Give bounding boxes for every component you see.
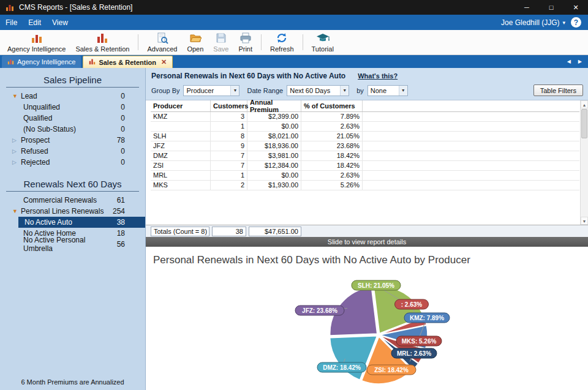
table-row[interactable]: DMZ7$3,981.0018.42% <box>151 151 579 161</box>
table-row[interactable]: JFZ9$18,936.0023.68% <box>151 141 579 151</box>
pie-label-text: : 2.63% <box>401 301 423 308</box>
column-header-customers[interactable]: Customers <box>211 100 247 111</box>
pie-label-text: MRL: 2.63% <box>397 350 431 357</box>
cell-annual-premium: $18,936.00 <box>247 141 301 151</box>
chevron-down-icon: ▾ <box>399 86 407 96</box>
window-controls: ─ □ ✕ <box>514 0 588 15</box>
pie-label-text: DMZ: 18.42% <box>323 364 361 371</box>
tab-sales-retention[interactable]: Sales & Retention ✕ <box>83 56 173 68</box>
pie-label-text: ZSI: 18.42% <box>374 367 409 373</box>
maximize-button[interactable]: □ <box>539 0 564 15</box>
toolbar-label: Tutorial <box>312 45 334 53</box>
toolbar-print-button[interactable]: Print <box>233 31 257 53</box>
sidebar-item-count: 0 <box>121 147 125 156</box>
cell-annual-premium: $8,021.00 <box>247 132 301 141</box>
date-range-dropdown[interactable]: Next 60 Days ▾ <box>287 85 349 96</box>
report-splitter-handle[interactable]: Slide to view report details <box>146 237 588 247</box>
cell-producer: DMZ <box>151 151 211 160</box>
tab-scroll-right-icon[interactable]: ▶ <box>578 59 582 64</box>
table-row[interactable]: ZSI7$12,384.0018.42% <box>151 161 579 171</box>
sidebar-item-prospect[interactable]: ▷Prospect78 <box>0 135 145 146</box>
sidebar-item-rejected[interactable]: ▷Rejected0 <box>0 157 145 168</box>
table-row[interactable]: SLH8$8,021.0021.05% <box>151 132 579 141</box>
tab-bar: Agency Intelligence Sales & Retention ✕ … <box>0 55 588 68</box>
toolbar-open-button[interactable]: Open <box>182 31 208 53</box>
sidebar-item-label: Qualified <box>23 114 52 122</box>
toolbar-label: Open <box>187 45 203 53</box>
refresh-icon <box>276 32 288 44</box>
table-filters-button[interactable]: Table Filters <box>533 84 583 96</box>
column-header-of-customers[interactable]: % of Customers <box>301 100 363 111</box>
sidebar-sections: Sales Pipeline▼Lead0Unqualified0Qualifie… <box>0 75 145 250</box>
section-divider <box>6 191 139 192</box>
menu-view[interactable]: View <box>47 15 74 30</box>
cell-of-customers: 21.05% <box>301 132 363 141</box>
sidebar-item-count: 254 <box>113 207 125 216</box>
by-dropdown[interactable]: None ▾ <box>368 85 408 96</box>
tab-agency-intelligence[interactable]: Agency Intelligence <box>2 56 81 68</box>
column-header-annual-premium[interactable]: Annual Premium <box>247 100 301 111</box>
scroll-down-icon[interactable]: ▼ <box>581 217 588 225</box>
toolbar-sales-retention-button[interactable]: Sales & Retention <box>70 31 134 53</box>
sidebar-item-count: 0 <box>121 158 125 167</box>
chevron-down-icon: ▾ <box>230 86 239 96</box>
sidebar-section-title: Sales Pipeline <box>0 75 145 85</box>
triangle-right-icon[interactable]: ▷ <box>12 146 21 157</box>
toolbar-save-button[interactable]: Save <box>208 31 233 53</box>
toolbar-tutorial-button[interactable]: Tutorial <box>307 31 339 53</box>
close-button[interactable]: ✕ <box>564 0 588 15</box>
sidebar-item-label: Rejected <box>21 158 50 167</box>
bar-chart-red-icon <box>96 32 108 44</box>
help-button[interactable]: ? <box>571 17 581 28</box>
pie-label-text: SLH: 21.05% <box>358 282 394 289</box>
sidebar-item-no-active-auto[interactable]: No Active Auto38 <box>18 217 145 228</box>
report-controls-row: Group By Producer ▾ Date Range Next 60 D… <box>146 80 588 96</box>
toolbar-advanced-button[interactable]: Advanced <box>142 31 182 53</box>
toolbar-label: Advanced <box>147 45 177 53</box>
sidebar-item-qualified[interactable]: Qualified0 <box>0 113 145 124</box>
toolbar-refresh-button[interactable]: Refresh <box>265 31 299 53</box>
toolbar-agency-intelligence-button[interactable]: Agency Intelligence <box>2 31 70 53</box>
pie-chart-svg: SLH: 21.05%: 2.63%KMZ: 7.89%MKS: 5.26%MR… <box>146 247 588 390</box>
column-header-producer[interactable]: Producer <box>151 100 211 111</box>
table-row[interactable]: KMZ3$2,399.007.89% <box>151 112 579 122</box>
scroll-up-icon[interactable]: ▲ <box>581 100 588 108</box>
table-row[interactable]: MRL1$0.002.63% <box>151 171 579 181</box>
toolbar-separator <box>138 34 138 50</box>
whats-this-link[interactable]: What's this? <box>358 72 398 80</box>
scrollbar-thumb[interactable] <box>581 109 587 138</box>
sidebar-item-unqualified[interactable]: Unqualified0 <box>0 102 145 113</box>
group-by-label: Group By <box>151 87 179 94</box>
sidebar-item-no-sub-status[interactable]: (No Sub-Status)0 <box>0 124 145 135</box>
vertical-scrollbar[interactable]: ▲ ▼ <box>580 100 588 225</box>
user-menu[interactable]: Joe Gledhill (JJG) ▾ <box>501 18 565 27</box>
triangle-right-icon[interactable]: ▷ <box>12 157 21 168</box>
report-title-row: Personal Renewals in Next 60 Days with N… <box>146 68 588 80</box>
window-title: CMS Reports - [Sales & Retention] <box>19 3 132 12</box>
sidebar-item-count: 61 <box>117 196 125 204</box>
triangle-down-icon[interactable]: ▼ <box>12 206 21 217</box>
minimize-button[interactable]: ─ <box>514 0 539 15</box>
sidebar: Sales Pipeline▼Lead0Unqualified0Qualifie… <box>0 68 146 390</box>
sidebar-section-title: Renewals Next 60 Days <box>0 179 145 189</box>
menu-edit[interactable]: Edit <box>23 15 47 30</box>
sidebar-item-lead[interactable]: ▼Lead0 <box>0 91 145 102</box>
tab-close-icon[interactable]: ✕ <box>161 58 167 66</box>
toolbar-label: Print <box>238 45 252 53</box>
table-row[interactable]: 1$0.002.63% <box>151 122 579 132</box>
document-search-icon <box>156 32 168 44</box>
sidebar-item-commercial-renewals[interactable]: Commercial Renewals61 <box>0 195 145 206</box>
triangle-right-icon[interactable]: ▷ <box>12 135 21 146</box>
bar-chart-red-icon <box>89 58 96 66</box>
group-by-dropdown[interactable]: Producer ▾ <box>183 85 239 96</box>
sidebar-item-refused[interactable]: ▷Refused0 <box>0 146 145 157</box>
by-value: None <box>368 87 399 94</box>
tab-scroll-left-icon[interactable]: ◀ <box>567 59 571 64</box>
sidebar-footnote: 6 Month Premiums are Annualized <box>0 378 145 386</box>
menu-file[interactable]: File <box>0 15 23 30</box>
triangle-down-icon[interactable]: ▼ <box>12 91 21 102</box>
tab-scroll-arrows: ◀ ▶ <box>567 59 588 64</box>
sidebar-item-no-active-personal-umbrella[interactable]: No Active Personal Umbrella56 <box>0 239 145 250</box>
table-row[interactable]: MKS2$1,930.005.26% <box>151 181 579 190</box>
sidebar-item-personal-lines-renewals[interactable]: ▼Personal Lines Renewals254 <box>0 206 145 217</box>
